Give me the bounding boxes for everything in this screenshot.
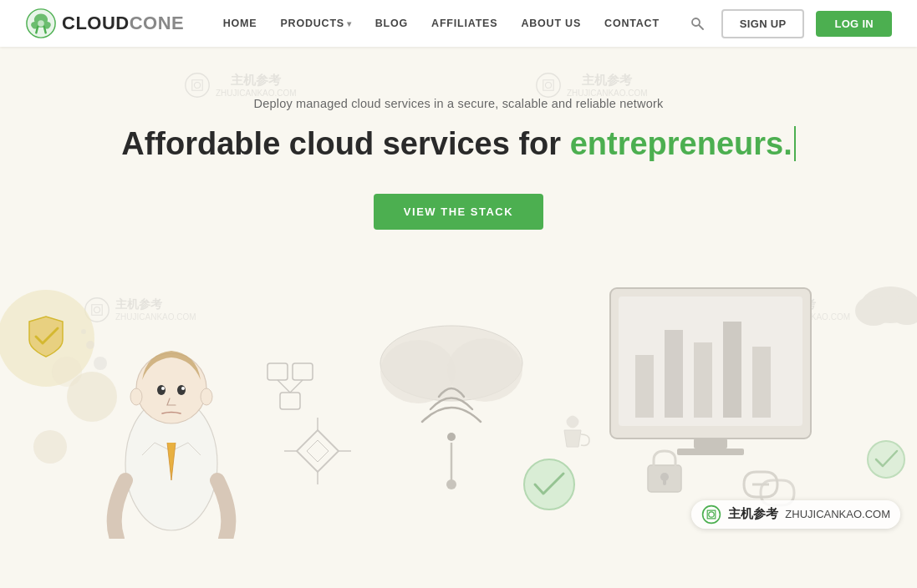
logo-text: CLOUDCONE [62, 13, 184, 34]
svg-point-22 [136, 353, 206, 423]
svg-point-23 [157, 385, 166, 395]
hero-section: 主机参考 ZHUJICANKAO.COM 主机参考 ZHUJICANKAO.CO… [0, 47, 917, 263]
nav-about[interactable]: ABOUT US [521, 18, 581, 29]
svg-line-39 [290, 380, 303, 393]
svg-rect-36 [293, 363, 313, 380]
svg-point-73 [703, 505, 721, 523]
nav-affiliates[interactable]: AFFILIATES [431, 18, 497, 29]
svg-point-28 [201, 388, 212, 405]
watermark-top-left: 主机参考 ZHUJICANKAO.COM [184, 72, 297, 99]
bottom-watermark: 主机参考 ZHUJICANKAO.COM [691, 500, 900, 529]
svg-point-32 [447, 433, 456, 441]
svg-point-26 [181, 387, 185, 390]
nav-contact[interactable]: CONTACT [604, 18, 660, 29]
view-stack-button[interactable]: VIEW THE STACK [374, 194, 543, 230]
watermark-top-right: 主机参考 ZHUJICANKAO.COM [535, 72, 648, 99]
svg-point-25 [161, 387, 165, 390]
svg-point-20 [81, 329, 86, 334]
svg-point-16 [33, 430, 67, 464]
svg-point-9 [545, 82, 551, 88]
svg-point-8 [537, 74, 560, 97]
svg-point-6 [186, 74, 209, 97]
nav-links: HOME PRODUCTS ▾ BLOG AFFILIATES ABOUT US… [223, 18, 660, 29]
nav-right: SIGN UP LOG IN [685, 9, 892, 38]
logo-link[interactable]: CLOUDCONE [25, 8, 184, 39]
svg-rect-35 [267, 363, 288, 380]
svg-point-57 [868, 441, 904, 478]
svg-point-7 [194, 82, 200, 88]
nav-blog[interactable]: BLOG [375, 18, 408, 29]
signup-button[interactable]: SIGN UP [721, 9, 805, 38]
svg-point-59 [855, 296, 892, 326]
svg-point-1 [38, 20, 44, 27]
svg-line-3 [699, 25, 703, 29]
svg-point-17 [52, 357, 82, 387]
illustration-section: 主机参考 ZHUJICANKAO.COM 主机参考 ZHUJICANKAO.CO… [0, 263, 917, 539]
svg-rect-55 [663, 479, 666, 485]
svg-point-74 [709, 511, 714, 516]
svg-rect-49 [723, 322, 741, 418]
logo-icon [25, 8, 57, 39]
svg-rect-51 [694, 438, 727, 449]
hero-title-highlight: entrepreneurs. [570, 126, 796, 161]
svg-line-38 [278, 380, 290, 393]
login-button[interactable]: LOG IN [816, 11, 892, 37]
nav-home[interactable]: HOME [223, 18, 257, 29]
hero-subtitle: Deploy managed cloud services in a secur… [17, 97, 900, 110]
svg-rect-46 [635, 355, 654, 418]
svg-rect-48 [694, 342, 712, 418]
svg-point-56 [524, 459, 574, 509]
svg-point-30 [380, 340, 456, 403]
nav-products[interactable]: PRODUCTS ▾ [280, 18, 351, 29]
hero-illustration: 主机参考 zhujicankao.com 主机参考 ZHUJICANKAO.CO… [0, 263, 917, 539]
svg-rect-37 [280, 393, 300, 409]
hero-title: Affordable cloud services for entreprene… [17, 125, 900, 164]
products-dropdown-arrow: ▾ [347, 19, 352, 28]
svg-point-24 [177, 385, 186, 395]
search-icon[interactable] [685, 11, 710, 36]
svg-rect-47 [665, 330, 683, 418]
svg-point-27 [130, 388, 142, 405]
svg-point-18 [94, 357, 107, 370]
svg-rect-50 [752, 347, 771, 418]
svg-rect-52 [677, 449, 744, 455]
navbar: CLOUDCONE HOME PRODUCTS ▾ BLOG AFFILIATE… [0, 0, 917, 47]
svg-point-19 [86, 341, 94, 349]
svg-point-34 [446, 479, 456, 489]
